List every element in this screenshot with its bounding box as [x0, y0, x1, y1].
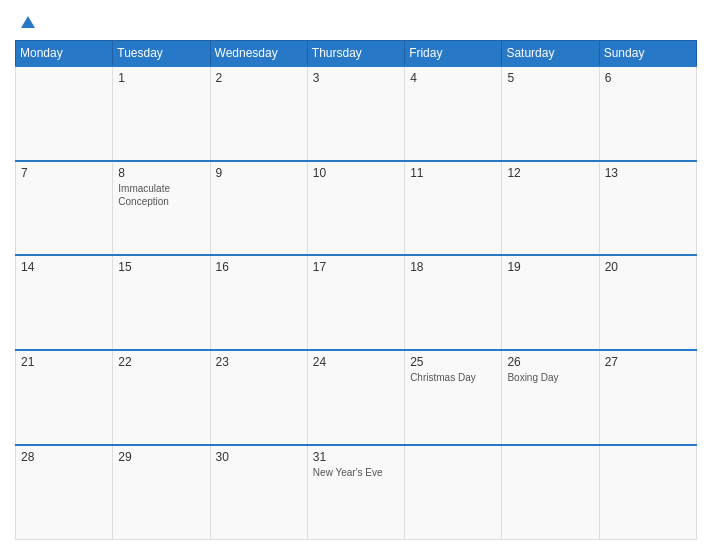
calendar-cell: 20 [599, 255, 696, 350]
calendar-cell: 21 [16, 350, 113, 445]
calendar-cell: 11 [405, 161, 502, 256]
day-number: 28 [21, 450, 107, 464]
calendar-cell: 27 [599, 350, 696, 445]
logo-triangle-icon [17, 10, 39, 32]
holiday-label: Immaculate Conception [118, 182, 204, 208]
calendar-cell: 8Immaculate Conception [113, 161, 210, 256]
calendar-day-header: Tuesday [113, 41, 210, 67]
day-number: 15 [118, 260, 204, 274]
calendar-week-row: 78Immaculate Conception910111213 [16, 161, 697, 256]
day-number: 7 [21, 166, 107, 180]
calendar-cell: 23 [210, 350, 307, 445]
holiday-label: Christmas Day [410, 371, 496, 384]
day-number: 30 [216, 450, 302, 464]
day-number: 10 [313, 166, 399, 180]
calendar-cell: 3 [307, 66, 404, 161]
calendar-cell: 10 [307, 161, 404, 256]
day-number: 22 [118, 355, 204, 369]
day-number: 14 [21, 260, 107, 274]
calendar-cell: 2 [210, 66, 307, 161]
day-number: 31 [313, 450, 399, 464]
calendar-page: MondayTuesdayWednesdayThursdayFridaySatu… [0, 0, 712, 550]
calendar-week-row: 123456 [16, 66, 697, 161]
day-number: 17 [313, 260, 399, 274]
calendar-cell: 9 [210, 161, 307, 256]
day-number: 4 [410, 71, 496, 85]
day-number: 19 [507, 260, 593, 274]
header [15, 10, 697, 32]
calendar-body: 12345678Immaculate Conception91011121314… [16, 66, 697, 540]
calendar-cell: 30 [210, 445, 307, 540]
calendar-cell [599, 445, 696, 540]
day-number: 11 [410, 166, 496, 180]
calendar-cell: 7 [16, 161, 113, 256]
calendar-cell [405, 445, 502, 540]
day-number: 2 [216, 71, 302, 85]
holiday-label: New Year's Eve [313, 466, 399, 479]
calendar-cell: 26Boxing Day [502, 350, 599, 445]
day-number: 26 [507, 355, 593, 369]
day-number: 23 [216, 355, 302, 369]
calendar-cell: 14 [16, 255, 113, 350]
day-number: 6 [605, 71, 691, 85]
calendar-day-header: Saturday [502, 41, 599, 67]
calendar-cell: 13 [599, 161, 696, 256]
calendar-header-row: MondayTuesdayWednesdayThursdayFridaySatu… [16, 41, 697, 67]
day-number: 27 [605, 355, 691, 369]
calendar-cell: 31New Year's Eve [307, 445, 404, 540]
calendar-cell: 25Christmas Day [405, 350, 502, 445]
day-number: 29 [118, 450, 204, 464]
calendar-day-header: Monday [16, 41, 113, 67]
calendar-cell: 19 [502, 255, 599, 350]
calendar-cell: 4 [405, 66, 502, 161]
calendar-week-row: 28293031New Year's Eve [16, 445, 697, 540]
day-number: 13 [605, 166, 691, 180]
day-number: 16 [216, 260, 302, 274]
calendar-day-header: Wednesday [210, 41, 307, 67]
calendar-cell: 22 [113, 350, 210, 445]
calendar-cell: 29 [113, 445, 210, 540]
calendar-cell [502, 445, 599, 540]
holiday-label: Boxing Day [507, 371, 593, 384]
calendar-cell: 16 [210, 255, 307, 350]
calendar-cell [16, 66, 113, 161]
calendar-cell: 12 [502, 161, 599, 256]
day-number: 3 [313, 71, 399, 85]
calendar-week-row: 2122232425Christmas Day26Boxing Day27 [16, 350, 697, 445]
calendar-day-header: Friday [405, 41, 502, 67]
day-number: 12 [507, 166, 593, 180]
logo [15, 10, 39, 32]
day-number: 8 [118, 166, 204, 180]
calendar-cell: 28 [16, 445, 113, 540]
calendar-cell: 17 [307, 255, 404, 350]
day-number: 18 [410, 260, 496, 274]
calendar-cell: 15 [113, 255, 210, 350]
calendar-week-row: 14151617181920 [16, 255, 697, 350]
calendar-cell: 18 [405, 255, 502, 350]
svg-marker-0 [21, 16, 35, 28]
calendar-day-header: Thursday [307, 41, 404, 67]
calendar-day-header: Sunday [599, 41, 696, 67]
day-number: 21 [21, 355, 107, 369]
calendar-cell: 5 [502, 66, 599, 161]
calendar-cell: 1 [113, 66, 210, 161]
calendar-cell: 6 [599, 66, 696, 161]
day-number: 5 [507, 71, 593, 85]
day-number: 1 [118, 71, 204, 85]
day-number: 24 [313, 355, 399, 369]
day-number: 25 [410, 355, 496, 369]
calendar-table: MondayTuesdayWednesdayThursdayFridaySatu… [15, 40, 697, 540]
day-number: 20 [605, 260, 691, 274]
day-number: 9 [216, 166, 302, 180]
calendar-cell: 24 [307, 350, 404, 445]
